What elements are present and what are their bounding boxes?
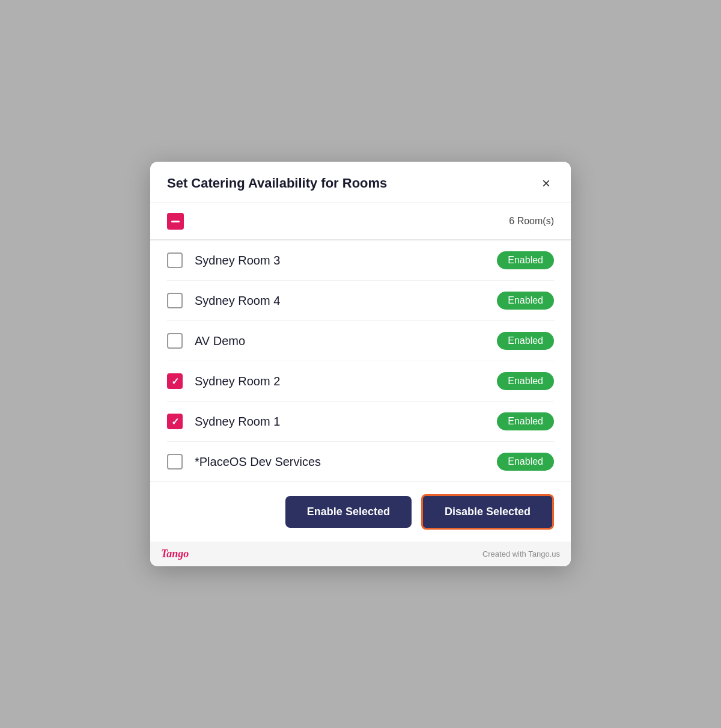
table-row: Sydney Room 4Enabled (167, 281, 554, 321)
status-badge: Enabled (497, 292, 554, 310)
table-row: Sydney Room 1Enabled (167, 402, 554, 442)
room-name: Sydney Room 1 (195, 415, 280, 429)
status-badge: Enabled (497, 412, 554, 430)
select-all-checkbox[interactable] (167, 213, 184, 230)
checkbox-unchecked-5[interactable] (167, 454, 183, 470)
checkbox-unchecked-1[interactable] (167, 293, 183, 308)
room-count: 6 Room(s) (509, 216, 554, 227)
indeterminate-icon (171, 221, 180, 222)
room-name: *PlaceOS Dev Services (195, 455, 321, 469)
modal: Set Catering Availability for Rooms × 6 … (150, 162, 571, 566)
status-badge: Enabled (497, 372, 554, 390)
disable-selected-button[interactable]: Disable Selected (421, 494, 554, 530)
modal-header: Set Catering Availability for Rooms × (150, 162, 571, 203)
room-name: Sydney Room 2 (195, 375, 280, 388)
modal-title: Set Catering Availability for Rooms (167, 176, 387, 191)
status-badge: Enabled (497, 453, 554, 471)
status-badge: Enabled (497, 332, 554, 350)
tango-credit: Created with Tango.us (482, 549, 560, 558)
close-button[interactable]: × (538, 175, 554, 192)
table-row: AV DemoEnabled (167, 321, 554, 361)
checkbox-unchecked-2[interactable] (167, 333, 183, 349)
checkbox-unchecked-0[interactable] (167, 252, 183, 268)
checkbox-checked-4[interactable] (167, 414, 183, 429)
room-name: Sydney Room 4 (195, 294, 280, 308)
table-row: *PlaceOS Dev ServicesEnabled (167, 442, 554, 482)
enable-selected-button[interactable]: Enable Selected (285, 496, 412, 528)
status-badge: Enabled (497, 251, 554, 269)
table-row: Sydney Room 3Enabled (167, 240, 554, 281)
select-all-row: 6 Room(s) (150, 203, 571, 240)
modal-footer: Enable Selected Disable Selected (150, 482, 571, 542)
room-name: AV Demo (195, 334, 245, 348)
tango-footer: Tango Created with Tango.us (150, 542, 571, 566)
room-list: Sydney Room 3EnabledSydney Room 4Enabled… (150, 240, 571, 482)
tango-logo: Tango (161, 548, 189, 560)
table-row: Sydney Room 2Enabled (167, 361, 554, 402)
room-name: Sydney Room 3 (195, 254, 280, 268)
checkbox-checked-3[interactable] (167, 373, 183, 389)
